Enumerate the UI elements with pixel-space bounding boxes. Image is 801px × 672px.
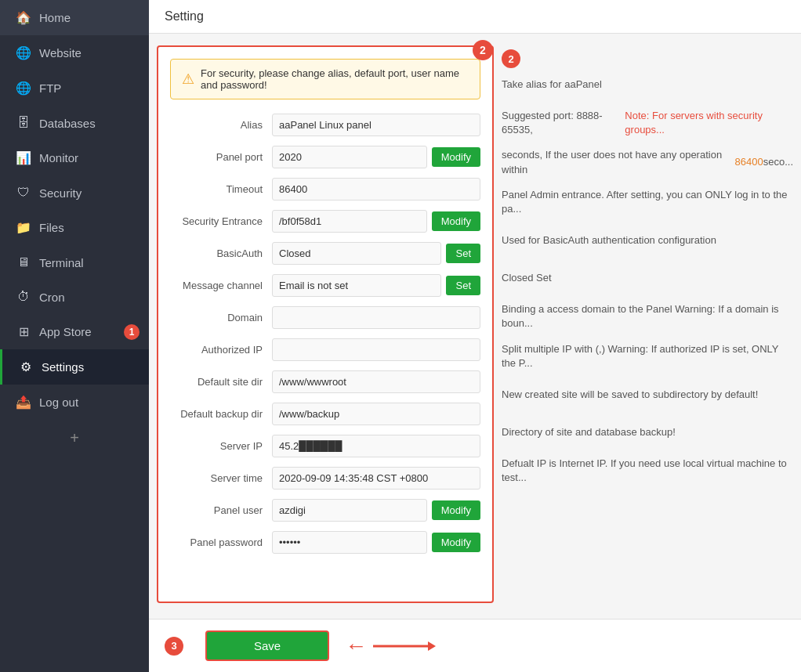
- cron-icon: ⏱: [16, 290, 31, 304]
- save-section: 3 Save ←: [149, 619, 801, 672]
- field-btn-12[interactable]: Modify: [432, 500, 480, 520]
- sidebar-item-label: Security: [39, 186, 82, 200]
- sidebar-item-terminal[interactable]: 🖥 Terminal: [0, 245, 149, 280]
- field-input-wrap-12: Modify: [272, 499, 480, 522]
- form-rows: AliasPanel portModifyTimeoutSecurity Ent…: [170, 114, 480, 554]
- field-btn-1[interactable]: Modify: [432, 147, 480, 167]
- info-row-3: Panel Admin entrance. After setting, you…: [502, 186, 793, 216]
- info-row-8: New created site will be saved to subdir…: [502, 380, 793, 408]
- sidebar-item-monitor[interactable]: 📊 Monitor: [0, 140, 149, 175]
- monitor-icon: 📊: [16, 150, 31, 165]
- form-row-panel-password: Panel passwordModify: [170, 531, 480, 554]
- form-row-default-backup-dir: Default backup dir: [170, 403, 480, 425]
- svg-marker-1: [428, 641, 436, 651]
- field-input-6[interactable]: [272, 306, 480, 329]
- home-icon: 🏠: [16, 10, 31, 25]
- sidebar-item-files[interactable]: 📁 Files: [0, 210, 149, 245]
- field-input-wrap-6: [272, 306, 480, 329]
- field-label-10: Server IP: [170, 440, 272, 452]
- form-row-panel-port: Panel portModify: [170, 146, 480, 168]
- save-button[interactable]: Save: [205, 630, 329, 661]
- sidebar-item-label: Home: [39, 11, 71, 24]
- form-row-authorized-ip: Authorized IP: [170, 338, 480, 361]
- sidebar-item-logout[interactable]: 📤 Log out: [0, 385, 149, 420]
- field-input-7[interactable]: [272, 338, 480, 361]
- sidebar-item-label: Cron: [39, 291, 65, 304]
- step2-badge-right: 2: [502, 49, 520, 68]
- field-input-2[interactable]: [272, 178, 480, 201]
- field-btn-5[interactable]: Set: [446, 276, 480, 295]
- website-icon: 🌐: [16, 45, 31, 60]
- page-header: Setting: [149, 0, 801, 34]
- form-row-alias: Alias: [170, 114, 480, 136]
- info-row-11: [502, 494, 793, 522]
- sidebar-item-label: FTP: [39, 81, 61, 95]
- field-input-1[interactable]: [272, 146, 427, 168]
- ftp-icon: 🌐: [16, 81, 31, 96]
- field-input-wrap-10: [272, 435, 480, 457]
- info-row-6: Binding a access domain to the Panel War…: [502, 301, 793, 331]
- field-input-8[interactable]: [272, 370, 480, 393]
- warning-banner: ⚠ For security, please change alias, def…: [170, 59, 480, 99]
- field-input-13[interactable]: [272, 531, 427, 554]
- sidebar-item-databases[interactable]: 🗄 Databases: [0, 106, 149, 140]
- field-input-wrap-4: Set: [272, 242, 480, 265]
- field-input-9[interactable]: [272, 403, 480, 425]
- sidebar-item-website[interactable]: 🌐 Website: [0, 35, 149, 70]
- field-input-wrap-9: [272, 403, 480, 425]
- field-label-2: Timeout: [170, 183, 272, 195]
- field-label-8: Default site dir: [170, 376, 272, 388]
- info-row-1: Suggested port: 8888-65535, Note: For se…: [502, 107, 793, 137]
- field-label-11: Server time: [170, 472, 272, 484]
- field-btn-3[interactable]: Modify: [432, 211, 480, 231]
- field-input-wrap-8: [272, 370, 480, 393]
- field-input-wrap-7: [272, 338, 480, 361]
- field-input-0[interactable]: [272, 114, 480, 136]
- appstore-icon: ⊞: [16, 324, 31, 339]
- form-row-server-ip: Server IP: [170, 435, 480, 457]
- sidebar-item-label: Monitor: [39, 151, 78, 164]
- field-input-5[interactable]: [272, 274, 441, 297]
- sidebar: 🏠 Home 🌐 Website 🌐 FTP 🗄 Databases 📊 Mon…: [0, 0, 149, 672]
- field-input-3[interactable]: [272, 210, 427, 233]
- field-btn-13[interactable]: Modify: [432, 533, 480, 552]
- logout-icon: 📤: [16, 395, 31, 410]
- form-row-panel-user: Panel userModify: [170, 499, 480, 522]
- sidebar-item-label: Databases: [39, 117, 96, 130]
- add-button[interactable]: +: [0, 420, 149, 457]
- step2-badge: 2: [473, 40, 493, 60]
- field-input-12[interactable]: [272, 499, 427, 522]
- form-row-timeout: Timeout: [170, 178, 480, 201]
- page-title: Setting: [165, 9, 204, 23]
- info-row-5: Closed Set: [502, 263, 793, 291]
- field-input-wrap-13: Modify: [272, 531, 480, 554]
- form-row-default-site-dir: Default site dir: [170, 370, 480, 393]
- form-row-domain: Domain: [170, 306, 480, 329]
- field-label-1: Panel port: [170, 151, 272, 163]
- sidebar-item-settings[interactable]: ⚙ Settings: [0, 349, 149, 385]
- sidebar-item-home[interactable]: 🏠 Home: [0, 0, 149, 35]
- settings-panel: 2 ⚠ For security, please change alias, d…: [157, 45, 494, 603]
- sidebar-item-appstore[interactable]: ⊞ App Store 1: [0, 314, 149, 349]
- field-input-11[interactable]: [272, 467, 480, 490]
- sidebar-item-cron[interactable]: ⏱ Cron: [0, 280, 149, 314]
- field-input-wrap-3: Modify: [272, 210, 480, 233]
- sidebar-item-ftp[interactable]: 🌐 FTP: [0, 70, 149, 106]
- field-input-10[interactable]: [272, 435, 480, 457]
- form-row-message-channel: Message channelSet: [170, 274, 480, 297]
- step3-badge: 3: [165, 637, 183, 656]
- info-row-12: [502, 532, 793, 560]
- field-input-wrap-11: [272, 467, 480, 490]
- info-row-7: Split multiple IP with (,) Warning: If a…: [502, 341, 793, 370]
- field-label-0: Alias: [170, 119, 272, 131]
- info-row-2: seconds, If the user does not have any o…: [502, 146, 793, 176]
- main-content: Setting 2 ⚠ For security, please change …: [149, 0, 801, 672]
- field-btn-4[interactable]: Set: [446, 244, 480, 263]
- arrow-right-icon: ←: [345, 634, 436, 659]
- sidebar-item-label: Log out: [39, 396, 78, 409]
- warning-icon: ⚠: [182, 70, 194, 88]
- sidebar-item-security[interactable]: 🛡 Security: [0, 175, 149, 210]
- sidebar-item-label: Files: [39, 221, 64, 234]
- field-input-4[interactable]: [272, 242, 441, 265]
- info-row-13: [502, 569, 793, 598]
